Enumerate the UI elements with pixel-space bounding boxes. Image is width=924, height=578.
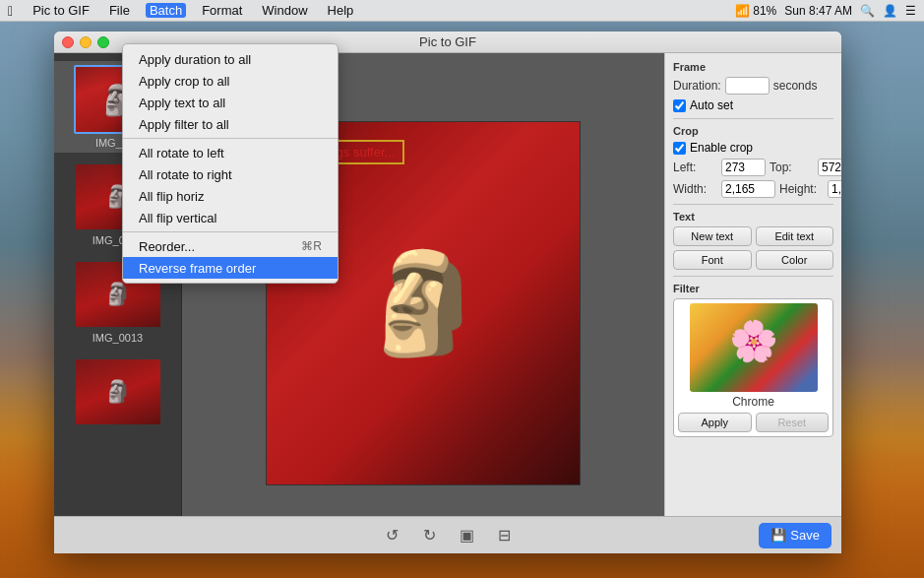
menu-flip-vertical[interactable]: All flip vertical bbox=[123, 207, 338, 228]
clock: Sun 8:47 AM bbox=[784, 4, 852, 18]
top-input[interactable] bbox=[818, 159, 841, 176]
top-label: Top: bbox=[770, 161, 814, 174]
save-button[interactable]: 💾 Save bbox=[759, 523, 832, 548]
filter-actions: Apply Reset bbox=[678, 413, 829, 432]
height-label: Height: bbox=[779, 182, 824, 196]
frame-section-title: Frame bbox=[673, 61, 833, 73]
user-icon[interactable]: 👤 bbox=[883, 4, 897, 18]
menubar:  Pic to GIF File Batch Format Window He… bbox=[0, 0, 924, 22]
menu-apply-crop[interactable]: Apply crop to all bbox=[123, 70, 338, 92]
width-height-row: Width: Height: bbox=[673, 180, 833, 198]
menu-apply-filter[interactable]: Apply filter to all bbox=[123, 113, 338, 135]
thumb-label-3: IMG_0013 bbox=[92, 332, 143, 344]
menu-separator-1 bbox=[123, 138, 338, 139]
left-top-row: Left: Top: bbox=[673, 159, 833, 176]
apply-filter-button[interactable]: Apply bbox=[678, 413, 752, 432]
menu-apply-duration[interactable]: Apply duration to all bbox=[123, 48, 338, 70]
save-icon: 💾 bbox=[770, 528, 786, 543]
duration-input[interactable] bbox=[725, 77, 770, 95]
menubar-format[interactable]: Format bbox=[198, 3, 246, 18]
reorder-shortcut: ⌘R bbox=[301, 239, 322, 253]
auto-set-row: Auto set bbox=[673, 98, 833, 112]
frames-button[interactable]: ▣ bbox=[454, 523, 479, 548]
battery-status: 📶 81% bbox=[735, 4, 776, 18]
menubar-left:  Pic to GIF File Batch Format Window He… bbox=[8, 3, 357, 19]
filter-box: Chrome Apply Reset bbox=[673, 298, 833, 437]
color-button[interactable]: Color bbox=[756, 250, 834, 270]
export-button[interactable]: ⊟ bbox=[491, 523, 517, 548]
menu-flip-horiz[interactable]: All flip horiz bbox=[123, 185, 338, 207]
width-input[interactable] bbox=[721, 180, 775, 198]
filter-preview-image bbox=[690, 303, 818, 392]
enable-crop-label: Enable crop bbox=[690, 141, 753, 155]
new-text-button[interactable]: New text bbox=[673, 226, 752, 246]
menubar-right: 📶 81% Sun 8:47 AM 🔍 👤 ☰ bbox=[735, 4, 916, 18]
apple-menu[interactable]:  bbox=[8, 3, 13, 19]
font-color-row: Font Color bbox=[673, 250, 833, 270]
duration-row: Duration: seconds bbox=[673, 77, 833, 95]
edit-text-button[interactable]: Edit text bbox=[756, 226, 834, 246]
filter-thumbnail bbox=[690, 303, 818, 392]
auto-set-label: Auto set bbox=[690, 98, 733, 112]
filter-name: Chrome bbox=[678, 395, 829, 409]
duration-label: Duration: bbox=[673, 79, 721, 93]
search-icon[interactable]: 🔍 bbox=[860, 4, 875, 18]
close-button[interactable] bbox=[62, 36, 74, 48]
rotate-ccw-button[interactable]: ↺ bbox=[379, 523, 404, 548]
right-panel: Frame Duration: seconds Auto set Crop En… bbox=[664, 53, 841, 553]
menu-apply-text[interactable]: Apply text to all bbox=[123, 92, 338, 113]
left-input[interactable] bbox=[721, 159, 766, 176]
enable-crop-checkbox[interactable] bbox=[673, 142, 686, 155]
menu-icon[interactable]: ☰ bbox=[905, 4, 916, 18]
menu-rotate-left[interactable]: All rotate to left bbox=[123, 142, 338, 163]
text-section-title: Text bbox=[673, 211, 833, 223]
seconds-label: seconds bbox=[773, 79, 818, 93]
reset-filter-button[interactable]: Reset bbox=[756, 413, 830, 432]
height-input[interactable] bbox=[828, 180, 841, 198]
menubar-file[interactable]: File bbox=[105, 3, 134, 18]
window-title: Pic to GIF bbox=[419, 34, 476, 49]
menu-reorder[interactable]: Reorder... ⌘R bbox=[123, 235, 338, 257]
auto-set-checkbox[interactable] bbox=[673, 99, 686, 112]
filter-section-title: Filter bbox=[673, 283, 833, 294]
rotate-cw-button[interactable]: ↻ bbox=[416, 523, 442, 548]
thumbnail-4: 🗿 bbox=[74, 357, 162, 426]
maximize-button[interactable] bbox=[97, 36, 109, 48]
menubar-help[interactable]: Help bbox=[324, 3, 358, 18]
batch-dropdown-menu: Apply duration to all Apply crop to all … bbox=[122, 43, 339, 284]
font-button[interactable]: Font bbox=[673, 250, 752, 270]
text-buttons-row: New text Edit text bbox=[673, 226, 833, 246]
desktop: Pic to GIF 🗿 IMG_001 🗿 bbox=[0, 22, 924, 578]
menubar-batch[interactable]: Batch bbox=[146, 3, 186, 18]
menubar-app[interactable]: Pic to GIF bbox=[29, 3, 93, 18]
menu-separator-2 bbox=[123, 231, 338, 232]
width-label: Width: bbox=[673, 182, 717, 196]
enable-crop-row: Enable crop bbox=[673, 141, 833, 155]
minimize-button[interactable] bbox=[80, 36, 92, 48]
bottom-toolbar: ↺ ↻ ▣ ⊟ 💾 Save bbox=[54, 516, 841, 553]
left-label: Left: bbox=[673, 161, 717, 174]
list-item[interactable]: 🗿 bbox=[54, 353, 181, 433]
menu-reverse-frame-order[interactable]: Reverse frame order bbox=[123, 257, 338, 279]
menu-rotate-right[interactable]: All rotate to right bbox=[123, 163, 338, 185]
save-label: Save bbox=[790, 528, 820, 543]
crop-section-title: Crop bbox=[673, 125, 833, 137]
window-controls bbox=[62, 36, 109, 48]
menubar-window[interactable]: Window bbox=[258, 3, 311, 18]
